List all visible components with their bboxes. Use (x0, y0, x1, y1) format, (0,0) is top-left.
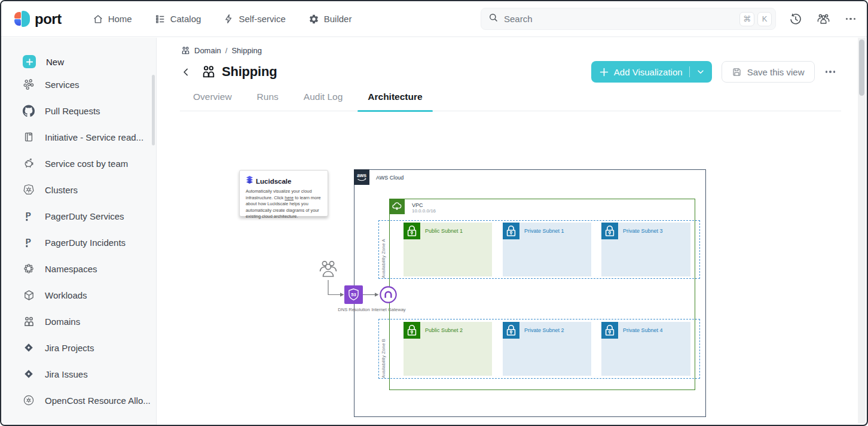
main-scrollbar-thumb[interactable] (859, 39, 864, 96)
plus-icon (23, 55, 36, 68)
sidebar-item-pagerduty-incidents[interactable]: P PagerDuty Incidents (1, 229, 156, 255)
tab-bar: Overview Runs Audit Log Architecture (157, 83, 858, 111)
sidebar-item-initiative[interactable]: Initiative - Service read... (1, 124, 156, 150)
domains-icon (181, 46, 190, 55)
bolt-icon (224, 14, 234, 24)
save-this-view-button[interactable]: Save this view (722, 61, 815, 83)
internet-gateway-label: Internet Gateway (368, 307, 409, 312)
namespaces-icon (23, 263, 35, 275)
new-button[interactable]: New (23, 53, 156, 70)
sidebar-item-workloads[interactable]: Workloads (1, 282, 156, 308)
app-window: port Home Catalog Self-service Builder (0, 0, 868, 426)
svg-text:P: P (26, 237, 31, 246)
search-icon (488, 13, 499, 25)
port-logo-icon (14, 11, 30, 27)
users-icon (317, 258, 339, 282)
sidebar-item-domains[interactable]: Domains (1, 308, 156, 334)
main-scrollbar-track[interactable] (858, 38, 866, 424)
sidebar-item-pull-requests[interactable]: Pull Requests (1, 98, 156, 124)
nav-item-home[interactable]: Home (93, 14, 132, 25)
back-chevron-icon[interactable] (181, 67, 194, 77)
top-navbar: port Home Catalog Self-service Builder (1, 1, 867, 37)
pagerduty-icon: P (23, 236, 35, 248)
book-icon (23, 132, 35, 142)
home-icon (93, 14, 103, 25)
svg-text:53: 53 (351, 292, 356, 297)
tab-overview[interactable]: Overview (193, 92, 232, 102)
sidebar-item-namespaces[interactable]: Namespaces (1, 255, 156, 282)
sidebar-item-clusters[interactable]: Clusters (1, 177, 156, 203)
save-icon (732, 67, 742, 77)
nav-item-self-service[interactable]: Self-service (224, 14, 285, 24)
lucidscale-title: Lucidscale (256, 178, 291, 185)
jira-icon (23, 369, 35, 379)
breadcrumb-separator: / (225, 46, 228, 55)
services-icon (23, 78, 35, 90)
tab-runs[interactable]: Runs (257, 92, 279, 102)
sidebar-item-service-cost[interactable]: Service cost by team (1, 150, 156, 177)
sidebar-item-pagerduty-services[interactable]: P PagerDuty Services (1, 203, 156, 229)
github-icon (23, 105, 35, 117)
architecture-diagram: aws AWS Cloud Availability Zone A Availa… (157, 111, 858, 424)
nav-item-builder[interactable]: Builder (308, 14, 352, 25)
lock-icon (404, 322, 420, 339)
lock-icon (503, 223, 519, 239)
kbd-cmd: ⌘ (739, 12, 754, 26)
history-icon[interactable] (788, 11, 803, 27)
tab-architecture[interactable]: Architecture (368, 92, 422, 102)
sidebar-item-opencost[interactable]: OpenCost Resource Allo... (1, 387, 156, 413)
vpc-label: VPC (412, 202, 423, 208)
sidebar-item-jira-issues[interactable]: Jira Issues (1, 361, 156, 387)
add-visualization-button[interactable]: Add Visualization (591, 61, 712, 83)
plus-icon (600, 68, 609, 77)
pagerduty-icon: P (23, 210, 35, 222)
port-logo-text: port (35, 11, 62, 28)
navbar-actions (788, 11, 858, 27)
subnet-public-1: Public Subnet 1 (404, 223, 492, 276)
kubernetes-icon (23, 184, 35, 196)
breadcrumb-shipping[interactable]: Shipping (231, 46, 262, 55)
jira-icon (23, 342, 35, 353)
opencost-icon (23, 394, 35, 406)
search-input[interactable] (504, 14, 736, 24)
lucidscale-card: Lucidscale Automatically visualize your … (239, 170, 328, 217)
port-logo[interactable]: port (14, 11, 62, 28)
breadcrumb: Domain / Shipping (181, 46, 858, 55)
more-icon[interactable] (824, 67, 837, 77)
more-icon[interactable] (843, 11, 858, 27)
lucidscale-description: Automatically visualize your cloud infra… (246, 188, 322, 220)
page-header: Shipping Add Visualization Save this vie… (181, 60, 836, 83)
domains-icon (201, 65, 216, 79)
sidebar-scrollbar[interactable] (152, 75, 155, 145)
header-actions: Add Visualization Save this view (591, 61, 836, 83)
kbd-k: K (757, 12, 772, 26)
main-content: Domain / Shipping Shipping Add Visualiza… (157, 38, 858, 424)
subnet-private-2: Private Subnet 2 (503, 322, 591, 376)
domains-icon (23, 316, 35, 327)
catalog-icon (155, 14, 166, 25)
lock-icon (601, 322, 618, 339)
subnet-public-2: Public Subnet 2 (404, 322, 492, 376)
sidebar-item-services[interactable]: Services (1, 71, 156, 98)
breadcrumb-domain[interactable]: Domain (194, 46, 221, 55)
primary-nav: Home Catalog Self-service Builder (93, 14, 352, 25)
subnet-private-3: Private Subnet 3 (601, 223, 690, 276)
button-divider (689, 66, 690, 77)
subnet-private-1: Private Subnet 1 (503, 223, 591, 276)
cube-icon (23, 290, 35, 301)
chevron-down-icon[interactable] (696, 68, 705, 76)
vpc-cidr: 10.0.0.0/16 (412, 208, 436, 214)
gear-icon (308, 14, 319, 25)
lock-icon (503, 322, 519, 339)
lucidscale-here-link[interactable]: here (285, 195, 294, 200)
tab-audit-log[interactable]: Audit Log (304, 92, 343, 102)
sidebar: New Services Pull Requests Initiative - … (1, 38, 157, 425)
global-search[interactable]: ⌘ K (481, 8, 776, 30)
lock-icon (601, 223, 618, 239)
internet-gateway-icon (379, 285, 398, 304)
piggy-bank-icon (23, 157, 35, 169)
sidebar-item-jira-projects[interactable]: Jira Projects (1, 334, 156, 361)
nav-item-catalog[interactable]: Catalog (155, 14, 201, 25)
lucidscale-logo-icon (246, 175, 253, 187)
team-icon[interactable] (815, 11, 831, 27)
